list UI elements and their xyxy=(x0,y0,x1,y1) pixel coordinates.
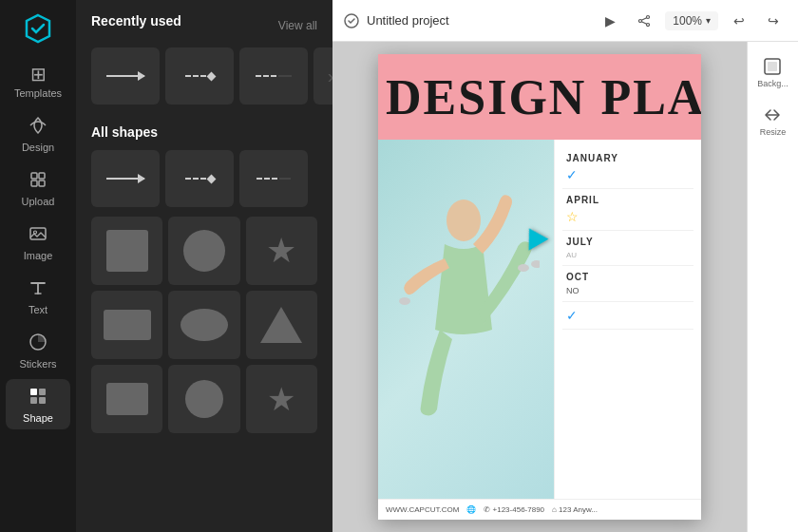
dashed-line-shape xyxy=(256,178,291,180)
shape-ellipse[interactable] xyxy=(168,291,239,359)
svg-rect-7 xyxy=(30,389,37,395)
svg-point-12 xyxy=(647,15,650,18)
redo-button[interactable]: ↪ xyxy=(760,8,787,34)
recently-used-arrow[interactable] xyxy=(91,48,160,104)
shape-star[interactable]: ★ xyxy=(246,217,317,285)
svg-rect-1 xyxy=(39,173,45,179)
dashed-diamond-shape xyxy=(185,176,215,182)
design-footer: WWW.CAPCUT.COM 🌐 ✆ +123-456-7890 ⌂ 123 A… xyxy=(378,499,701,520)
recently-used-dashed-line[interactable] xyxy=(239,48,308,104)
shape-star-sm[interactable]: ★ xyxy=(246,365,317,433)
shape-circle[interactable] xyxy=(168,217,239,285)
star-shape: ★ xyxy=(266,234,296,268)
rectangle-shape xyxy=(104,310,151,340)
svg-rect-9 xyxy=(30,397,37,404)
month-label: JULY xyxy=(566,237,690,247)
shape-dashed-line2[interactable] xyxy=(239,150,308,207)
canvas-tools-panel: Backg... Resize xyxy=(747,42,798,532)
recently-used-header: Recently used View all xyxy=(91,13,317,38)
project-title: Untitled project xyxy=(367,13,589,28)
capcut-icon xyxy=(344,13,359,28)
play-button[interactable]: ▶ xyxy=(597,8,623,34)
resize-label: Resize xyxy=(760,127,787,137)
svg-point-14 xyxy=(647,23,650,26)
shape-circle-sm[interactable] xyxy=(168,365,239,433)
share-button[interactable] xyxy=(631,8,657,34)
schedule-row-jan: JANUARY ✓ xyxy=(562,147,694,189)
sidebar-item-label: Upload xyxy=(22,196,55,207)
shape-dashed-diamond-arrow[interactable] xyxy=(165,150,234,207)
next-month-label: AU xyxy=(566,251,690,259)
design-header: DESIGN PLAN xyxy=(378,54,701,140)
svg-point-13 xyxy=(639,19,642,22)
svg-point-17 xyxy=(446,200,481,241)
templates-icon: ⊞ xyxy=(30,65,47,84)
dashed-arrow-shape xyxy=(185,73,215,80)
shape-rect-sm[interactable] xyxy=(91,365,162,433)
sidebar-item-label: Image xyxy=(24,250,53,261)
recently-used-row: › xyxy=(91,48,317,104)
svg-point-18 xyxy=(518,264,529,272)
footer-url: WWW.CAPCUT.COM xyxy=(386,505,459,514)
shapes-grid: ★ ★ xyxy=(91,217,317,433)
footer-globe-icon: 🌐 xyxy=(466,505,476,514)
svg-rect-16 xyxy=(768,62,777,71)
sidebar-item-shape[interactable]: Shape xyxy=(6,379,70,429)
recently-used-partial[interactable]: › xyxy=(314,48,332,104)
star-indicator: ☆ xyxy=(566,209,690,224)
left-sidebar: ⊞ Templates Design Upload xyxy=(0,0,76,532)
circle-small-shape xyxy=(185,380,223,418)
all-shapes-title: All shapes xyxy=(91,124,158,140)
chevron-down-icon: ▾ xyxy=(706,15,711,26)
image-icon xyxy=(28,224,48,246)
schedule-row-april: APRIL ☆ xyxy=(562,189,694,231)
rect-small-shape xyxy=(106,383,148,415)
sidebar-item-design[interactable]: Design xyxy=(6,108,70,159)
svg-rect-0 xyxy=(31,173,37,179)
svg-rect-2 xyxy=(31,180,37,186)
sidebar-item-image[interactable]: Image xyxy=(6,217,70,267)
svg-rect-10 xyxy=(39,397,46,404)
check-indicator: ✓ xyxy=(566,308,690,323)
zoom-control[interactable]: 100% ▾ xyxy=(665,11,718,30)
sidebar-item-label: Design xyxy=(22,142,54,153)
yoga-figure-svg xyxy=(388,178,540,520)
sidebar-item-label: Stickers xyxy=(19,358,56,370)
topbar-controls: ▶ 100% ▾ ↩ ↪ xyxy=(597,8,787,34)
sidebar-item-label: Text xyxy=(28,304,48,315)
sidebar-item-label: Templates xyxy=(14,87,62,99)
month-label: APRIL xyxy=(566,195,690,205)
shape-arrow[interactable] xyxy=(91,150,160,207)
design-canvas: DESIGN PLAN xyxy=(378,54,701,520)
circle-shape xyxy=(183,230,225,272)
dashed-line-shape xyxy=(256,75,292,77)
all-shapes-section: All shapes xyxy=(76,124,332,433)
text-icon xyxy=(28,278,48,300)
background-tool[interactable]: Backg... xyxy=(753,51,792,94)
sidebar-item-upload[interactable]: Upload xyxy=(6,162,70,213)
shape-rectangle[interactable] xyxy=(91,291,162,359)
topbar: Untitled project ▶ 100% ▾ ↩ ↪ xyxy=(332,0,798,42)
canvas-area: Untitled project ▶ 100% ▾ ↩ ↪ xyxy=(332,0,798,532)
design-body: JANUARY ✓ APRIL ☆ JULY AU OCT xyxy=(378,140,701,520)
footer-address: ⌂ 123 Anyw... xyxy=(552,505,598,514)
recently-used-dashed-arrow[interactable] xyxy=(165,48,234,104)
star-small-shape: ★ xyxy=(267,383,295,415)
panel-header: Recently used View all › xyxy=(76,0,332,124)
background-icon xyxy=(763,57,782,76)
shape-square[interactable] xyxy=(91,217,162,285)
shape-triangle[interactable] xyxy=(246,291,317,359)
sidebar-item-stickers[interactable]: Stickers xyxy=(6,325,70,375)
undo-button[interactable]: ↩ xyxy=(726,8,752,34)
svg-rect-4 xyxy=(30,228,46,239)
month-label: OCT xyxy=(566,272,690,282)
app-logo xyxy=(21,11,55,46)
canvas-content[interactable]: DESIGN PLAN xyxy=(332,42,747,532)
sidebar-item-text[interactable]: Text xyxy=(6,271,70,321)
design-image xyxy=(378,140,554,520)
sidebar-item-templates[interactable]: ⊞ Templates xyxy=(6,57,70,104)
check-indicator: ✓ xyxy=(566,167,690,182)
schedule-row-oct2: ✓ xyxy=(562,302,694,330)
view-all-button[interactable]: View all xyxy=(278,19,317,32)
resize-tool[interactable]: Resize xyxy=(756,100,790,142)
